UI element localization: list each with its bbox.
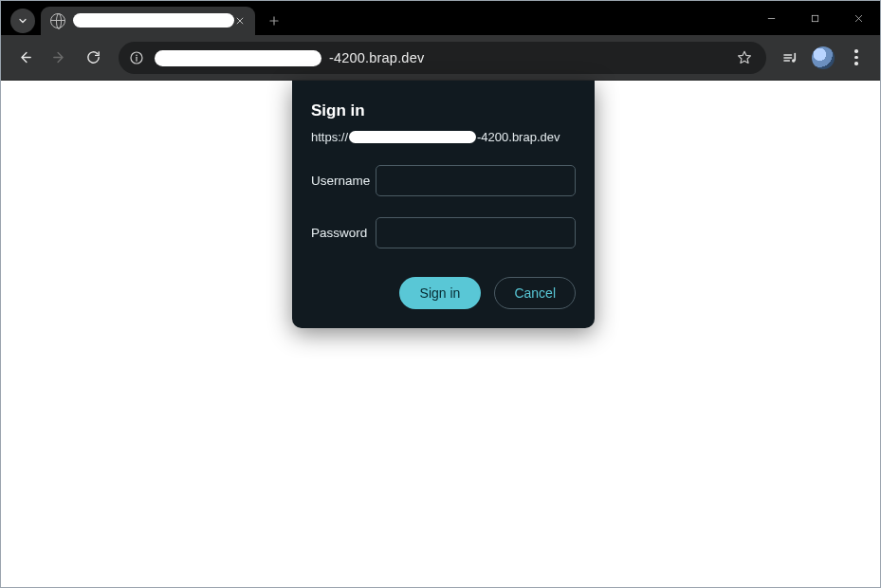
close-icon: [235, 16, 245, 26]
site-info-button[interactable]: [126, 47, 147, 68]
dialog-host: https:// -4200.brap.dev: [311, 130, 576, 144]
password-input[interactable]: [376, 217, 576, 248]
signin-button[interactable]: Sign in: [399, 277, 482, 309]
dialog-host-masked: [349, 131, 476, 143]
cancel-button[interactable]: Cancel: [494, 277, 576, 309]
arrow-right-icon: [51, 49, 67, 65]
arrow-left-icon: [17, 49, 33, 65]
window-controls: [749, 1, 880, 35]
maximize-icon: [810, 13, 820, 24]
star-icon: [736, 49, 753, 66]
toolbar: -4200.brap.dev: [1, 35, 880, 81]
titlebar: [1, 1, 880, 35]
media-control-button[interactable]: [774, 42, 806, 74]
url-masked-segment: [155, 50, 321, 66]
svg-rect-0: [812, 15, 817, 21]
reload-button[interactable]: [77, 42, 109, 74]
dialog-host-suffix: -4200.brap.dev: [477, 130, 560, 144]
reload-icon: [85, 49, 101, 65]
address-bar[interactable]: -4200.brap.dev: [119, 42, 766, 74]
profile-avatar[interactable]: [812, 46, 835, 69]
browser-window: -4200.brap.dev Sign in https:// -4: [0, 0, 881, 588]
dialog-host-prefix: https://: [311, 130, 348, 144]
password-row: Password: [311, 217, 576, 248]
username-input[interactable]: [376, 165, 576, 196]
bookmark-button[interactable]: [732, 46, 757, 70]
forward-button[interactable]: [43, 42, 75, 74]
url-visible-suffix: -4200.brap.dev: [329, 50, 424, 65]
tab-close-button[interactable]: [232, 13, 248, 28]
browser-menu-button[interactable]: [840, 42, 872, 74]
kebab-dot-icon: [854, 56, 858, 60]
window-minimize-button[interactable]: [749, 1, 793, 35]
tab-active[interactable]: [41, 7, 255, 35]
back-button[interactable]: [9, 42, 41, 74]
close-icon: [853, 13, 864, 24]
page-content: Sign in https:// -4200.brap.dev Username…: [1, 81, 880, 587]
minimize-icon: [766, 13, 777, 24]
svg-point-3: [792, 59, 796, 63]
kebab-dot-icon: [854, 49, 858, 53]
globe-icon: [50, 13, 65, 28]
username-label: Username: [311, 174, 376, 188]
window-close-button[interactable]: [836, 1, 880, 35]
info-icon: [129, 50, 144, 65]
tab-title-masked: [73, 13, 234, 28]
dialog-title: Sign in: [311, 101, 576, 120]
chevron-down-icon: [17, 15, 28, 27]
music-note-icon: [781, 49, 798, 66]
kebab-dot-icon: [854, 62, 858, 65]
window-maximize-button[interactable]: [793, 1, 836, 35]
tab-search-button[interactable]: [10, 9, 35, 33]
svg-point-2: [136, 54, 138, 56]
tabs-area: [1, 1, 287, 35]
password-label: Password: [311, 226, 376, 240]
new-tab-button[interactable]: [261, 8, 287, 34]
dialog-actions: Sign in Cancel: [311, 277, 576, 309]
username-row: Username: [311, 165, 576, 196]
plus-icon: [267, 14, 281, 28]
http-auth-dialog: Sign in https:// -4200.brap.dev Username…: [292, 81, 595, 328]
